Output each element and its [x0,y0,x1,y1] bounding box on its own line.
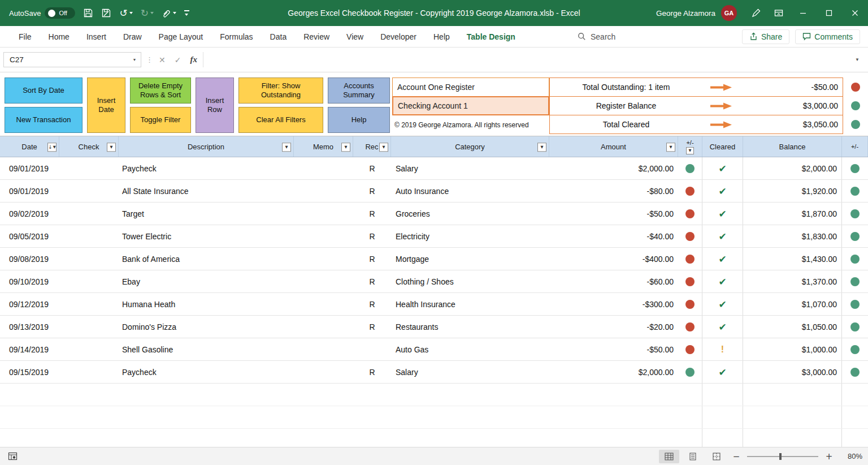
cleared-cell[interactable]: ✔ [702,180,743,202]
description-cell[interactable]: Paycheck [119,157,294,179]
description-cell[interactable]: Paycheck [119,361,294,383]
zoom-in-button[interactable]: + [823,451,835,462]
memo-cell[interactable] [294,316,353,338]
balance-cell[interactable]: $1,070.00 [743,293,842,315]
balance-status-cell[interactable] [842,293,868,315]
check-cell[interactable] [59,180,119,202]
date-cell[interactable]: 09/14/2019 [0,338,59,360]
check-cell[interactable] [59,338,119,360]
cleared-cell[interactable]: ✔ [702,270,743,292]
check-cell[interactable] [59,270,119,292]
redo-icon[interactable]: ↻ [141,8,154,18]
balance-cell[interactable]: $1,050.00 [743,316,842,338]
check-cell[interactable] [59,248,119,270]
balance-cell[interactable]: $1,430.00 [743,248,842,270]
tab-formulas[interactable]: Formulas [211,26,261,48]
filter-button-check[interactable]: ▼ [107,143,116,152]
date-cell[interactable]: 09/10/2019 [0,270,59,292]
totals-label[interactable]: Total Cleared [550,120,702,129]
page-layout-view-button[interactable] [683,450,703,463]
balance-cell[interactable]: $1,000.00 [743,338,842,360]
totals-amount[interactable]: $3,050.00 [740,120,843,129]
balance-cell[interactable]: $1,920.00 [743,180,842,202]
insert-date-button[interactable]: Insert Date [87,78,125,133]
cleared-cell[interactable]: ✔ [702,157,743,179]
share-button[interactable]: Share [742,29,789,44]
amount-cell[interactable]: -$20.00 [549,316,678,338]
cleared-cell[interactable]: ✔ [702,293,743,315]
autosave-toggle[interactable]: AutoSave Off [9,7,75,19]
amount-cell[interactable]: -$50.00 [549,338,678,360]
clear-all-filters-button[interactable]: Clear All Filters [238,107,323,133]
date-cell[interactable]: 09/08/2019 [0,248,59,270]
balance-cell[interactable]: $1,830.00 [743,225,842,247]
date-cell[interactable]: 09/15/2019 [0,361,59,383]
cleared-cell[interactable]: ✔ [702,361,743,383]
column-header-amount[interactable]: Amount ▼ [549,136,678,157]
maximize-button[interactable] [816,0,842,26]
customize-qat-icon[interactable] [184,10,189,16]
balance-status-cell[interactable] [842,225,868,247]
memo-cell[interactable] [294,157,353,179]
rec-cell[interactable]: R [353,361,391,383]
memo-cell[interactable] [294,225,353,247]
comments-button[interactable]: Comments [795,29,860,44]
undo-icon[interactable]: ↺ [119,8,132,18]
check-cell[interactable] [59,293,119,315]
cleared-cell[interactable]: ✔ [702,316,743,338]
tab-draw[interactable]: Draw [115,26,150,48]
column-header-rec[interactable]: Rec ▼ [353,136,391,157]
category-cell[interactable]: Auto Insurance [391,180,549,202]
minimize-button[interactable] [790,0,816,26]
ink-pen-icon[interactable] [745,0,767,26]
toggle-filter-button[interactable]: Toggle Filter [130,107,191,133]
amount-status-cell[interactable] [678,248,702,270]
cancel-formula-icon[interactable]: ✕ [159,55,166,64]
date-cell[interactable]: 09/12/2019 [0,293,59,315]
rec-cell[interactable]: R [353,225,391,247]
save-icon[interactable] [83,8,93,18]
amount-status-cell[interactable] [678,203,702,225]
filter-show-outstanding-button[interactable]: Filter: Show Outstanding [238,78,323,104]
register-name-cell[interactable]: Account One Register [392,78,549,97]
memo-cell[interactable] [294,203,353,225]
category-cell[interactable]: Clothing / Shoes [391,270,549,292]
amount-status-cell[interactable] [678,157,702,179]
check-cell[interactable] [59,316,119,338]
empty-row[interactable] [0,384,868,406]
expand-formula-bar-icon[interactable]: ▼ [850,57,865,62]
tab-view[interactable]: View [338,26,372,48]
balance-status-cell[interactable] [842,180,868,202]
avatar[interactable]: GA [721,5,737,21]
zoom-level[interactable]: 80% [839,452,862,460]
amount-cell[interactable]: -$60.00 [549,270,678,292]
amount-status-cell[interactable] [678,225,702,247]
column-header-balance[interactable]: Balance [743,136,842,157]
autosave-pill[interactable]: Off [45,7,75,19]
memo-cell[interactable] [294,338,353,360]
rec-cell[interactable]: R [353,316,391,338]
description-cell[interactable]: Domino's Pizza [119,316,294,338]
tab-developer[interactable]: Developer [372,26,425,48]
rec-cell[interactable]: R [353,203,391,225]
category-cell[interactable]: Restaurants [391,316,549,338]
sort-by-date-button[interactable]: Sort By Date [5,78,83,104]
amount-status-cell[interactable] [678,361,702,383]
accounts-summary-button[interactable]: Accounts Summary [328,78,390,104]
column-header-cleared[interactable]: Cleared [702,136,743,157]
close-button[interactable] [842,0,868,26]
balance-status-cell[interactable] [842,361,868,383]
zoom-slider-handle[interactable] [779,453,782,460]
tab-data[interactable]: Data [262,26,296,48]
column-header-balance-status[interactable]: +/- [842,136,868,157]
cleared-cell[interactable]: ✔ [702,225,743,247]
category-cell[interactable]: Salary [391,361,549,383]
filter-button-amount[interactable]: ▼ [666,143,675,152]
description-cell[interactable]: Bank of America [119,248,294,270]
description-cell[interactable]: Shell Gasoline [119,338,294,360]
column-header-category[interactable]: Category ▼ [391,136,549,157]
amount-cell[interactable]: -$400.00 [549,248,678,270]
balance-status-cell[interactable] [842,157,868,179]
date-cell[interactable]: 09/01/2019 [0,157,59,179]
description-cell[interactable]: Tower Electric [119,225,294,247]
